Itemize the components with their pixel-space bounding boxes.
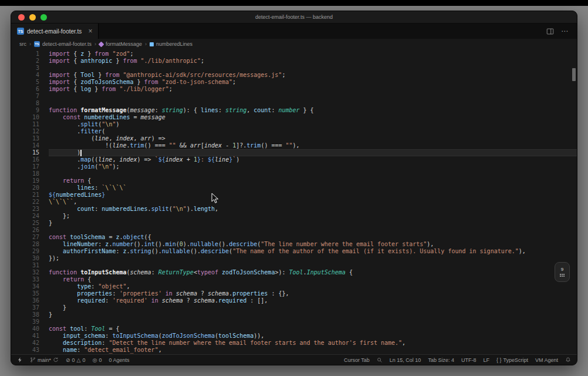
line-number[interactable]: 7 <box>11 93 39 100</box>
close-window-button[interactable] <box>18 14 25 21</box>
line-number[interactable]: 35 <box>11 290 39 297</box>
code-line[interactable]: properties: 'properties' in schema ? sch… <box>49 290 577 297</box>
zoom-icon[interactable] <box>377 357 383 363</box>
code-editor[interactable]: 1234567891011121314151617181920212223242… <box>11 49 577 354</box>
code-line[interactable]: import { Tool } from "@anthropic-ai/sdk/… <box>49 72 577 79</box>
code-line[interactable]: function toInputSchema(schema: ReturnTyp… <box>49 269 577 276</box>
code-line[interactable]: } <box>49 220 577 227</box>
line-number[interactable]: 16 <box>11 156 39 163</box>
code-line[interactable]: (line, index, arr) => <box>49 135 577 142</box>
line-number[interactable]: 44 <box>11 354 39 354</box>
ports-status[interactable]: ◎ 0 <box>93 357 102 363</box>
code-line[interactable] <box>49 170 577 177</box>
code-line[interactable]: description: "Detect the line number whe… <box>49 340 577 347</box>
code-line[interactable]: ) <box>49 149 577 156</box>
minimize-window-button[interactable] <box>29 14 36 21</box>
line-number[interactable]: 41 <box>11 333 39 340</box>
line-number[interactable]: 4 <box>11 72 39 79</box>
code-line[interactable]: .filter( <box>49 128 577 135</box>
code-line[interactable]: return { <box>49 177 577 184</box>
breadcrumb-item-numberedlines[interactable]: numberedLines <box>150 41 192 47</box>
eol-setting[interactable]: LF <box>483 357 489 363</box>
code-line[interactable]: .join("\n"); <box>49 163 577 170</box>
zoom-window-button[interactable] <box>40 14 47 21</box>
line-number[interactable]: 15 <box>11 149 39 156</box>
floating-widget[interactable]: 9 <box>555 262 570 282</box>
code-line[interactable] <box>49 65 577 72</box>
gutter[interactable]: 1234567891011121314151617181920212223242… <box>11 49 39 354</box>
line-number[interactable]: 43 <box>11 347 39 354</box>
cursor-position[interactable]: Ln 15, Col 10 <box>390 357 421 363</box>
line-number[interactable]: 27 <box>11 234 39 241</box>
line-number[interactable]: 40 <box>11 325 39 333</box>
line-number[interactable]: 26 <box>11 227 39 234</box>
line-number[interactable]: 25 <box>11 220 39 227</box>
code-line[interactable]: const toolSchema = z.object({ <box>49 234 577 241</box>
line-number[interactable]: 36 <box>11 297 39 304</box>
line-number[interactable]: 2 <box>11 58 39 65</box>
code-line[interactable]: }; <box>49 354 577 354</box>
line-number[interactable]: 17 <box>11 163 39 170</box>
line-number[interactable]: 1 <box>11 51 39 58</box>
line-number[interactable]: 9 <box>11 107 39 114</box>
code-line[interactable]: import { log } from "./lib/logger"; <box>49 86 577 93</box>
line-number[interactable]: 19 <box>11 177 39 184</box>
line-number[interactable]: 10 <box>11 114 39 121</box>
titlebar[interactable]: detect-email-footer.ts — backend <box>11 11 577 24</box>
line-number[interactable]: 18 <box>11 170 39 177</box>
line-number[interactable]: 22 <box>11 199 39 206</box>
line-number[interactable]: 23 <box>11 206 39 213</box>
code-line[interactable]: \`\`\``, <box>49 199 577 206</box>
code-line[interactable]: name: "detect_email_footer", <box>49 347 577 354</box>
line-number[interactable]: 11 <box>11 121 39 128</box>
encoding-setting[interactable]: UTF-8 <box>461 357 477 363</box>
code-line[interactable]: count: numberedLines.split("\n").length, <box>49 206 577 213</box>
line-number[interactable]: 42 <box>11 340 39 347</box>
scrollbar-thumb[interactable] <box>572 68 576 81</box>
split-editor-icon[interactable] <box>546 28 554 35</box>
cursor-tab-toggle[interactable]: Cursor Tab <box>344 357 370 363</box>
code-line[interactable]: const numberedLines = message <box>49 114 577 121</box>
git-branch-status[interactable]: main* <box>30 357 59 363</box>
code-line[interactable]: const tool: Tool = { <box>49 325 577 333</box>
line-number[interactable]: 12 <box>11 128 39 135</box>
line-number[interactable]: 3 <box>11 65 39 72</box>
code-line[interactable] <box>49 100 577 107</box>
code-line[interactable]: input_schema: toInputSchema(zodToJsonSch… <box>49 333 577 340</box>
breadcrumb-item-formatmessage[interactable]: formatMessage <box>99 41 142 47</box>
tab-close-icon[interactable]: × <box>88 28 92 35</box>
line-number[interactable]: 30 <box>11 255 39 262</box>
code-line[interactable]: } <box>49 311 577 318</box>
code-line[interactable]: import { anthropic } from "./lib/anthrop… <box>49 58 577 65</box>
code-line[interactable] <box>49 318 577 325</box>
code-line[interactable] <box>49 227 577 234</box>
line-number[interactable]: 37 <box>11 304 39 311</box>
line-number[interactable]: 24 <box>11 213 39 220</box>
line-number[interactable]: 14 <box>11 142 39 149</box>
line-number[interactable]: 32 <box>11 269 39 276</box>
code-line[interactable]: lineNumber: z.number().int().min(0).null… <box>49 241 577 248</box>
line-number[interactable]: 34 <box>11 283 39 290</box>
breadcrumb-item-file[interactable]: TS detect-email-footer.ts <box>34 41 92 47</box>
line-number[interactable]: 39 <box>11 318 39 325</box>
code-line[interactable] <box>49 93 577 100</box>
code-line[interactable]: ${numberedLines} <box>49 192 577 199</box>
code-lines[interactable]: import { z } from "zod";import { anthrop… <box>39 49 577 354</box>
code-line[interactable]: function formatMessage(message: string):… <box>49 107 577 114</box>
line-number[interactable]: 13 <box>11 135 39 142</box>
line-number[interactable]: 33 <box>11 276 39 283</box>
code-line[interactable]: type: "object", <box>49 283 577 290</box>
code-line[interactable]: import { z } from "zod"; <box>49 51 577 58</box>
line-number[interactable]: 5 <box>11 79 39 86</box>
problems-status[interactable]: ⊘ 0 △ 0 <box>66 357 86 363</box>
language-mode[interactable]: { } TypeScript <box>496 357 528 363</box>
line-number[interactable]: 20 <box>11 184 39 192</box>
code-line[interactable]: authorFirstName: z.string().nullable().d… <box>49 248 577 255</box>
code-line[interactable]: lines: `\`\`\` <box>49 184 577 192</box>
more-actions-icon[interactable]: ⋯ <box>561 27 569 35</box>
line-number[interactable]: 6 <box>11 86 39 93</box>
vm-agent-status[interactable]: VM Agent <box>535 357 558 363</box>
code-line[interactable]: required: 'required' in schema ? schema.… <box>49 297 577 304</box>
code-line[interactable]: .split("\n") <box>49 121 577 128</box>
line-number[interactable]: 31 <box>11 262 39 269</box>
